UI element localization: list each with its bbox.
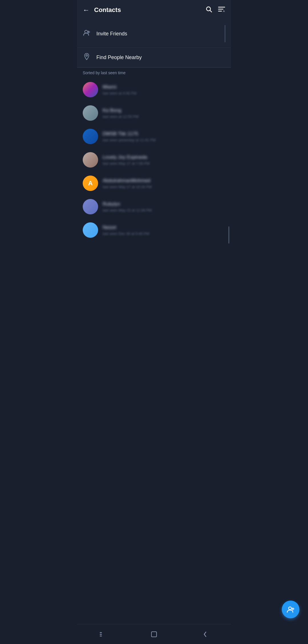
svg-line-1	[210, 11, 212, 12]
invite-friends-item[interactable]: Invite Friends	[77, 20, 231, 48]
contact-status: last seen at 12:55 PM	[103, 114, 225, 119]
scroll-indicator	[228, 226, 229, 243]
sort-icon[interactable]: A	[218, 6, 225, 14]
contact-item[interactable]: Lovely Joy Espineda last seen May 17 at …	[77, 148, 231, 172]
contact-name: Rubylyn	[103, 201, 225, 207]
contact-status: last seen May 17 at 7:08 PM	[103, 161, 225, 166]
avatar: A	[83, 176, 98, 191]
contact-info: Neizel last seen Dec 30 at 5:46 PM	[103, 225, 225, 236]
contact-status: last seen Dec 30 at 5:46 PM	[103, 232, 225, 236]
location-icon	[83, 53, 91, 62]
page-title: Contacts	[94, 6, 205, 14]
contact-info: Lovely Joy Espineda last seen May 17 at …	[103, 154, 225, 166]
contact-status: last seen May 17 at 10:26 PM	[103, 185, 225, 189]
contacts-list: Miwmi last seen at 4:06 PM Ka Bong last …	[77, 78, 231, 242]
avatar	[83, 199, 98, 214]
add-person-icon	[83, 29, 91, 38]
contact-status: last seen at 4:06 PM	[103, 91, 225, 95]
svg-point-6	[85, 30, 88, 33]
avatar	[83, 152, 98, 168]
contact-name: Lovely Joy Espineda	[103, 154, 225, 160]
contact-status: last seen May 15 at 11:06 PM	[103, 208, 225, 212]
invite-friends-label: Invite Friends	[96, 31, 127, 37]
contact-item[interactable]: A AbdulrahmanMohmed last seen May 17 at …	[77, 172, 231, 195]
contact-name: Miwmi	[103, 84, 225, 90]
contact-item[interactable]: DMSB Tbk 1175 last seen yesterday at 11:…	[77, 125, 231, 148]
header-actions: A	[205, 6, 225, 14]
find-people-nearby-item[interactable]: Find People Nearby	[77, 48, 231, 67]
contact-item[interactable]: Ka Bong last seen at 12:55 PM	[77, 101, 231, 125]
avatar	[83, 222, 98, 238]
search-icon[interactable]	[205, 6, 212, 14]
back-button[interactable]: ←	[83, 6, 90, 14]
sort-label: Sorted by last seen time	[77, 68, 231, 78]
contact-item[interactable]: Neizel last seen Dec 30 at 5:46 PM	[77, 218, 231, 242]
contact-info: Ka Bong last seen at 12:55 PM	[103, 108, 225, 119]
contact-name: AbdulrahmanMohmed	[103, 178, 225, 184]
contact-item[interactable]: Miwmi last seen at 4:06 PM	[77, 78, 231, 101]
avatar	[83, 105, 98, 121]
contact-info: DMSB Tbk 1175 last seen yesterday at 11:…	[103, 131, 225, 142]
contact-name: DMSB Tbk 1175	[103, 131, 225, 137]
header: ← Contacts A	[77, 0, 231, 20]
avatar	[83, 129, 98, 144]
svg-point-9	[86, 55, 88, 57]
contact-name: Neizel	[103, 225, 225, 230]
contact-info: Miwmi last seen at 4:06 PM	[103, 84, 225, 95]
find-people-nearby-label: Find People Nearby	[96, 55, 142, 61]
contact-info: AbdulrahmanMohmed last seen May 17 at 10…	[103, 178, 225, 189]
contact-status: last seen yesterday at 11:41 PM	[103, 138, 225, 142]
svg-text:A: A	[223, 10, 225, 12]
contact-item[interactable]: Rubylyn last seen May 15 at 11:06 PM	[77, 195, 231, 218]
menu-section: Invite Friends Find People Nearby	[77, 20, 231, 68]
contact-info: Rubylyn last seen May 15 at 11:06 PM	[103, 201, 225, 212]
avatar	[83, 82, 98, 97]
contact-name: Ka Bong	[103, 108, 225, 113]
